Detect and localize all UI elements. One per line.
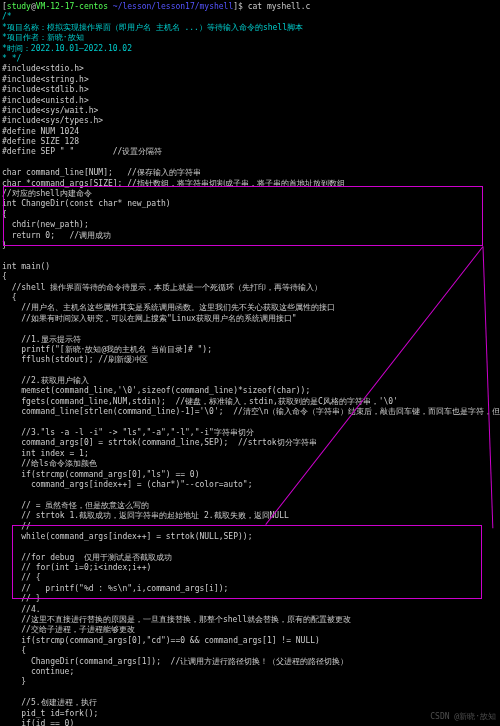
cd-block: //4. //这里不直接进行替换的原因是，一旦直接替换，那整个shell就会替换… [2, 605, 498, 688]
terminal-container[interactable]: [study@VM-12-17-centos ~/lesson/lesson17… [2, 2, 498, 726]
header-comments: /* *项目名称：模拟实现操作界面（即用户名 主机名 ...）等待输入命令的sh… [2, 12, 498, 64]
changedir-function: //对应的shell内建命令 int ChangeDir(const char*… [2, 189, 498, 251]
defines-block: #define NUM 1024 #define SIZE 128 #defin… [2, 127, 498, 189]
command-text: cat myshell.c [248, 2, 311, 11]
main-start-block: int main() { //shell 操作界面等待的命令待显示，本质上就是一… [2, 251, 498, 604]
user: study [7, 2, 31, 11]
prompt-line-1: [study@VM-12-17-centos ~/lesson/lesson17… [2, 2, 498, 12]
host: VM-12-17-centos [36, 2, 108, 11]
path: ~/lesson/lesson17/myshell [113, 2, 233, 11]
fork-block: //5.创建进程，执行 pid_t id=fork(); if(id == 0)… [2, 688, 498, 726]
includes-block: #include<stdio.h> #include<string.h> #in… [2, 64, 498, 126]
watermark: CSDN @新晓·故知 [430, 712, 496, 722]
